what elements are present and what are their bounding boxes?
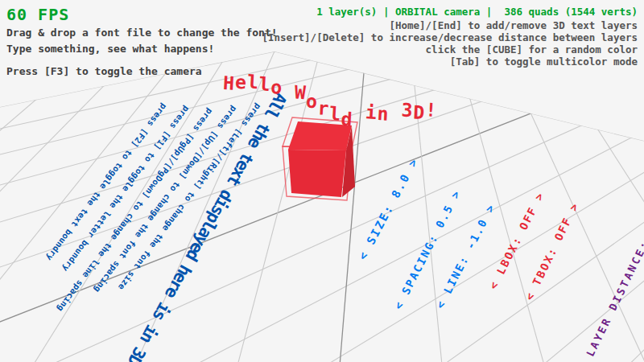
app-window: press [F2] to toggle the text boundrypre… — [0, 0, 644, 362]
wave-char: l — [246, 72, 259, 93]
wave-char: H — [223, 72, 236, 94]
wave-char: i — [365, 101, 378, 123]
hint-distance: [Insert]/[Delete] to increase/decrease d… — [262, 31, 638, 43]
wave-char: 3 — [401, 100, 414, 121]
wave-char — [283, 79, 295, 101]
wave-char: D — [413, 101, 426, 123]
wave-char: l — [258, 73, 271, 95]
wave-char: d — [341, 109, 353, 130]
wave-char: ! — [425, 99, 438, 121]
wave-char: o — [270, 76, 283, 98]
wave-char — [353, 102, 365, 124]
status-bar: 1 layer(s) | ORBITAL camera | 386 quads … — [316, 6, 638, 18]
hint-layers: [Home]/[End] to add/remove 3D text layer… — [389, 19, 638, 31]
hint-cube-color: click the [CUBE] for a random color — [426, 43, 638, 56]
wave-char: l — [328, 103, 341, 125]
wave-char: e — [234, 72, 247, 93]
hint-camera: Press [F3] to toggle the camera — [6, 65, 202, 77]
hint-multicolor: [Tab] to toggle multicolor mode — [450, 56, 638, 68]
cube-face-front — [288, 150, 346, 197]
wave-char — [389, 101, 402, 122]
wave-char: o — [306, 90, 319, 112]
wave-char: r — [317, 97, 330, 119]
hint-drop-font: Drag & drop a font file to change the fo… — [6, 27, 278, 39]
wave-char: n — [377, 103, 390, 125]
hint-type: Type something, see what happens! — [6, 43, 214, 55]
fps-counter: 60 FPS — [6, 5, 69, 24]
wave-char: W — [294, 82, 307, 104]
